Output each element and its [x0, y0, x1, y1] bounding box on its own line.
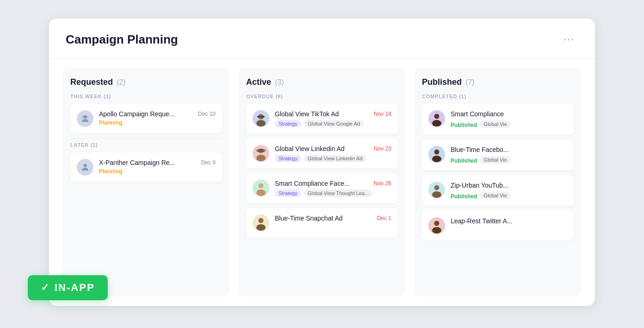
svg-point-29 [432, 227, 441, 233]
card-lt-title-row: Leap-Rest Twitter A... [451, 217, 567, 225]
card-snapchat-info: Blue-Time Snapchat Ad Dec 1 [275, 214, 391, 222]
card-xpanther-status: Planning [99, 168, 216, 175]
card-smartcompliance-face[interactable]: Smart Compliance Face... Nov 26 Strategy… [246, 173, 398, 203]
avatar-linkedin [253, 145, 269, 162]
column-active-title: Active [246, 77, 271, 87]
svg-point-22 [434, 150, 440, 155]
column-active: Active (3) OVERDUE (6) Global View TikTo… [239, 68, 405, 296]
card-tiktok[interactable]: Global View TikTok Ad Nov 18 Strategy Gl… [246, 104, 398, 134]
avatar-lt [428, 217, 445, 234]
person-avatar-2 [253, 145, 269, 162]
card-xpanther-info: X-Panther Campaign Re... Dec 9 Planning [99, 159, 216, 175]
card-snapchat-date: Dec 1 [377, 215, 391, 221]
card-apollo-info: Apollo Campaign Reque... Dec 10 Planning [99, 110, 216, 126]
page-title: Campaign Planning [66, 32, 178, 47]
avatar-apollo [77, 110, 93, 127]
svg-point-1 [81, 115, 84, 118]
card-bluetime-facebook[interactable]: Blue-Time Facebo... Published Global Vie [422, 139, 574, 170]
tag-strategy-1: Strategy [275, 120, 301, 127]
card-snapchat-name: Blue-Time Snapchat Ad [275, 214, 374, 222]
card-linkedin-date: Nov 23 [374, 145, 391, 152]
svg-point-26 [432, 191, 441, 198]
card-scface-info: Smart Compliance Face... Nov 26 Strategy… [275, 180, 391, 197]
svg-rect-11 [256, 149, 266, 152]
card-tiktok-title-row: Global View TikTok Ad Nov 18 [275, 110, 391, 118]
svg-point-25 [434, 185, 440, 190]
card-apollo-status: Planning [99, 120, 216, 126]
card-zy-title-row: Zip-Urban YouTub... [451, 182, 567, 189]
avatar-sc [428, 110, 445, 127]
card-zy-info: Zip-Urban YouTub... Published Global Vie [451, 182, 567, 200]
svg-point-10 [256, 155, 266, 161]
svg-point-17 [256, 224, 266, 231]
tag-zy: Global Vie [480, 192, 511, 199]
card-xpanther-date: Dec 9 [201, 159, 216, 166]
tag-strategy-2: Strategy [275, 155, 301, 162]
column-requested-count: (2) [117, 78, 126, 87]
card-sc-title-row: Smart Compliance [451, 110, 567, 118]
card-lt-name: Leap-Rest Twitter A... [451, 217, 567, 225]
person-icon [77, 110, 93, 127]
card-snapchat-title-row: Blue-Time Snapchat Ad Dec 1 [275, 214, 391, 222]
person-icon-2 [77, 159, 93, 176]
svg-point-2 [86, 115, 88, 118]
card-xpanther-title-row: X-Panther Campaign Re... Dec 9 [99, 159, 216, 166]
card-apollo-name: Apollo Campaign Reque... [99, 110, 195, 118]
card-btfb-title-row: Blue-Time Facebo... [451, 146, 567, 153]
avatar-tiktok [253, 110, 269, 127]
tag-campaign-3: Global View Thought Lea... [304, 189, 372, 197]
card-tiktok-name: Global View TikTok Ad [275, 110, 371, 118]
card-zy-status: Published [451, 193, 477, 200]
kanban-board: Requested (2) THIS WEEK (1) [49, 59, 595, 306]
card-tiktok-info: Global View TikTok Ad Nov 18 Strategy Gl… [275, 110, 391, 127]
svg-point-23 [432, 156, 441, 162]
avatar-btfb [428, 146, 445, 163]
card-btfb-info: Blue-Time Facebo... Published Global Vie [451, 146, 567, 164]
card-linkedin-name: Global View Linkedin Ad [275, 145, 371, 152]
svg-point-14 [256, 189, 266, 196]
card-tiktok-date: Nov 18 [374, 111, 391, 117]
card-scface-date: Nov 26 [374, 180, 391, 187]
avatar-snapchat [253, 214, 269, 231]
more-options-button[interactable]: ··· [560, 32, 578, 47]
card-linkedin-title-row: Global View Linkedin Ad Nov 23 [275, 145, 391, 152]
card-apollo[interactable]: Apollo Campaign Reque... Dec 10 Planning [70, 104, 222, 133]
card-smart-compliance[interactable]: Smart Compliance Published Global Vie [422, 104, 574, 135]
card-zipurban-youtube[interactable]: Zip-Urban YouTub... Published Global Vie [422, 175, 574, 206]
column-published-title: Published [422, 77, 462, 87]
card-sc-status: Published [451, 122, 477, 128]
card-snapchat[interactable]: Blue-Time Snapchat Ad Dec 1 [246, 208, 398, 238]
column-active-count: (3) [275, 78, 284, 87]
card-linkedin-tags: Strategy Global View Linkedin Ad [275, 155, 391, 162]
person-avatar-3 [253, 180, 269, 196]
card-scface-title-row: Smart Compliance Face... Nov 26 [275, 180, 391, 187]
divider [70, 138, 222, 139]
card-lt-info: Leap-Rest Twitter A... [451, 217, 567, 225]
column-requested-title: Requested [70, 77, 113, 87]
page-header: Campaign Planning ··· [49, 19, 595, 59]
person-avatar-6 [428, 146, 445, 163]
person-avatar-8 [428, 217, 445, 234]
svg-point-19 [434, 114, 440, 119]
section-label-overdue: OVERDUE (6) [246, 94, 398, 99]
avatar-scface [253, 180, 269, 196]
avatar-zy [428, 182, 445, 198]
tag-btfb: Global Vie [480, 156, 511, 164]
svg-point-13 [259, 183, 264, 189]
card-btfb-status: Published [451, 158, 477, 164]
svg-rect-7 [257, 116, 265, 118]
card-apollo-title-row: Apollo Campaign Reque... Dec 10 [99, 110, 216, 118]
person-avatar-7 [428, 182, 445, 198]
svg-point-3 [83, 164, 87, 167]
tag-campaign-1: Global View Google Ad [304, 120, 364, 127]
card-linkedin-info: Global View Linkedin Ad Nov 23 Strategy … [275, 145, 391, 162]
card-leaprest-twitter[interactable]: Leap-Rest Twitter A... [422, 211, 574, 240]
card-linkedin[interactable]: Global View Linkedin Ad Nov 23 Strategy … [246, 139, 398, 169]
card-sc-info: Smart Compliance Published Global Vie [451, 110, 567, 128]
card-sc-tags: Published Global Vie [451, 120, 567, 128]
column-published-header: Published (7) [422, 77, 574, 87]
in-app-label: IN-APP [55, 282, 95, 294]
card-xpanther[interactable]: X-Panther Campaign Re... Dec 9 Planning [70, 152, 222, 182]
avatar-xpanther [77, 159, 93, 176]
section-label-completed: COMPLETED (1) [422, 94, 574, 99]
